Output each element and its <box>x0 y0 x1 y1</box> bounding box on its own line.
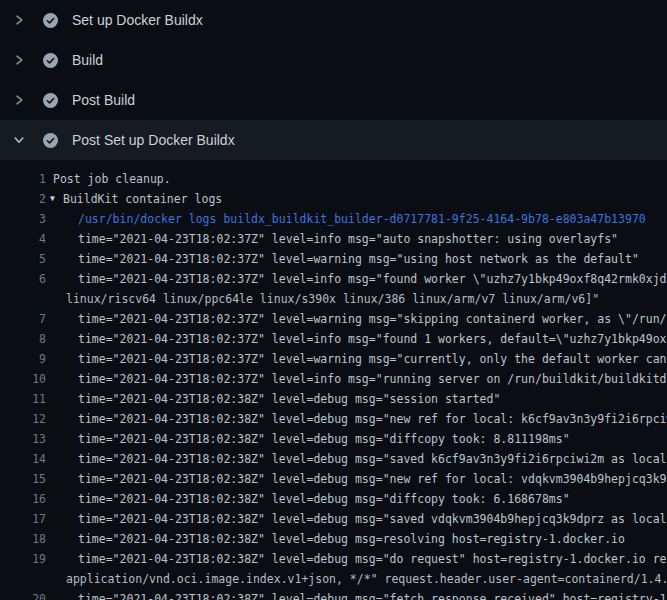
line-number[interactable]: 1 <box>0 169 46 189</box>
line-number[interactable]: 20 <box>0 589 46 600</box>
check-circle-icon <box>43 13 58 28</box>
line-number[interactable]: 17 <box>0 509 46 529</box>
line-number <box>0 569 46 589</box>
line-number[interactable]: 19 <box>0 549 46 569</box>
log-command-text: /usr/bin/docker logs buildx_buildkit_bui… <box>46 209 646 229</box>
log-text: application/vnd.oci.image.index.v1+json,… <box>46 569 667 589</box>
log-text: time="2021-04-23T18:02:38Z" level=debug … <box>46 469 667 489</box>
line-number[interactable]: 18 <box>0 529 46 549</box>
log-line-6-wrap: linux/riscv64 linux/ppc64le linux/s390x … <box>0 289 667 309</box>
chevron-right-icon <box>12 53 26 67</box>
line-number <box>0 289 46 309</box>
check-circle-icon <box>43 53 58 68</box>
log-text: time="2021-04-23T18:02:37Z" level=warnin… <box>46 309 667 329</box>
chevron-down-icon <box>12 133 26 147</box>
log-text: time="2021-04-23T18:02:37Z" level=warnin… <box>46 349 667 369</box>
line-number[interactable]: 6 <box>0 269 46 289</box>
line-number[interactable]: 16 <box>0 489 46 509</box>
log-text: time="2021-04-23T18:02:37Z" level=warnin… <box>46 249 639 269</box>
log-text: Post job cleanup. <box>46 169 171 189</box>
actions-log-viewer: Set up Docker Buildx Build Post Build Po… <box>0 0 667 600</box>
log-line-19: 19 time="2021-04-23T18:02:38Z" level=deb… <box>0 549 667 569</box>
log-text: time="2021-04-23T18:02:37Z" level=info m… <box>46 369 667 389</box>
log-text: time="2021-04-23T18:02:38Z" level=debug … <box>46 549 667 569</box>
log-line-10: 10 time="2021-04-23T18:02:37Z" level=inf… <box>0 369 667 389</box>
log-line-2-group-header: 2 ▼ BuildKit container logs <box>0 189 667 209</box>
step-title: Post Build <box>72 92 135 108</box>
log-text: time="2021-04-23T18:02:38Z" level=debug … <box>46 529 625 549</box>
line-number[interactable]: 3 <box>0 209 46 229</box>
line-number[interactable]: 13 <box>0 429 46 449</box>
log-text: time="2021-04-23T18:02:38Z" level=debug … <box>46 409 667 429</box>
log-line-7: 7 time="2021-04-23T18:02:37Z" level=warn… <box>0 309 667 329</box>
log-line-15: 15 time="2021-04-23T18:02:38Z" level=deb… <box>0 469 667 489</box>
line-number[interactable]: 7 <box>0 309 46 329</box>
group-expand-arrow-icon: ▼ <box>50 189 59 209</box>
log-line-6: 6 time="2021-04-23T18:02:37Z" level=info… <box>0 269 667 289</box>
log-line-19-wrap: application/vnd.oci.image.index.v1+json,… <box>0 569 667 589</box>
step-title: Post Set up Docker Buildx <box>72 132 235 148</box>
log-line-16: 16 time="2021-04-23T18:02:38Z" level=deb… <box>0 489 667 509</box>
check-circle-icon <box>43 93 58 108</box>
log-line-9: 9 time="2021-04-23T18:02:37Z" level=warn… <box>0 349 667 369</box>
log-text: time="2021-04-23T18:02:37Z" level=info m… <box>46 329 667 349</box>
line-number[interactable]: 8 <box>0 329 46 349</box>
step-title: Set up Docker Buildx <box>72 12 203 28</box>
log-line-20: 20 time="2021-04-23T18:02:38Z" level=deb… <box>0 589 667 600</box>
step-header-post-build[interactable]: Post Build <box>0 80 667 120</box>
line-number[interactable]: 11 <box>0 389 46 409</box>
log-text: time="2021-04-23T18:02:38Z" level=debug … <box>46 429 570 449</box>
step-header-build[interactable]: Build <box>0 40 667 80</box>
log-line-1: 1 Post job cleanup. <box>0 169 667 189</box>
log-line-8: 8 time="2021-04-23T18:02:37Z" level=info… <box>0 329 667 349</box>
step-title: Build <box>72 52 103 68</box>
log-text: time="2021-04-23T18:02:38Z" level=debug … <box>46 449 667 469</box>
line-number[interactable]: 10 <box>0 369 46 389</box>
step-header-setup-docker-buildx[interactable]: Set up Docker Buildx <box>0 0 667 40</box>
line-number[interactable]: 14 <box>0 449 46 469</box>
line-number[interactable]: 5 <box>0 249 46 269</box>
log-text: time="2021-04-23T18:02:37Z" level=info m… <box>46 269 667 289</box>
line-number[interactable]: 2 <box>0 189 46 209</box>
line-number[interactable]: 4 <box>0 229 46 249</box>
log-text: time="2021-04-23T18:02:38Z" level=debug … <box>46 489 570 509</box>
log-text: linux/riscv64 linux/ppc64le linux/s390x … <box>46 289 599 309</box>
log-text: time="2021-04-23T18:02:38Z" level=debug … <box>46 389 500 409</box>
log-text: time="2021-04-23T18:02:38Z" level=debug … <box>46 509 667 529</box>
line-number[interactable]: 12 <box>0 409 46 429</box>
log-line-14: 14 time="2021-04-23T18:02:38Z" level=deb… <box>0 449 667 469</box>
chevron-right-icon <box>12 93 26 107</box>
log-group-label: BuildKit container logs <box>63 189 222 209</box>
line-number[interactable]: 9 <box>0 349 46 369</box>
log-line-12: 12 time="2021-04-23T18:02:38Z" level=deb… <box>0 409 667 429</box>
step-header-post-setup-docker-buildx[interactable]: Post Set up Docker Buildx <box>0 120 667 160</box>
log-group-toggle[interactable]: ▼ BuildKit container logs <box>46 189 222 209</box>
log-line-3: 3 /usr/bin/docker logs buildx_buildkit_b… <box>0 209 667 229</box>
log-line-5: 5 time="2021-04-23T18:02:37Z" level=warn… <box>0 249 667 269</box>
log-line-18: 18 time="2021-04-23T18:02:38Z" level=deb… <box>0 529 667 549</box>
line-number[interactable]: 15 <box>0 469 46 489</box>
chevron-right-icon <box>12 13 26 27</box>
log-line-17: 17 time="2021-04-23T18:02:38Z" level=deb… <box>0 509 667 529</box>
log-text: time="2021-04-23T18:02:38Z" level=debug … <box>46 589 667 600</box>
log-line-13: 13 time="2021-04-23T18:02:38Z" level=deb… <box>0 429 667 449</box>
log-line-11: 11 time="2021-04-23T18:02:38Z" level=deb… <box>0 389 667 409</box>
log-line-4: 4 time="2021-04-23T18:02:37Z" level=info… <box>0 229 667 249</box>
check-circle-icon <box>43 133 58 148</box>
log-text: time="2021-04-23T18:02:37Z" level=info m… <box>46 229 618 249</box>
log-output: 1 Post job cleanup. 2 ▼ BuildKit contain… <box>0 160 667 600</box>
